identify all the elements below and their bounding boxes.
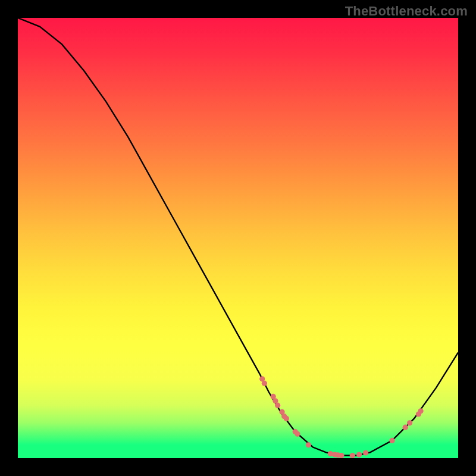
data-marker [295, 431, 300, 437]
data-marker [356, 452, 362, 457]
data-marker [275, 403, 280, 408]
chart-container: TheBottleneck.com [0, 0, 476, 476]
plot-svg [18, 18, 458, 458]
data-marker [350, 453, 355, 458]
data-marker [407, 420, 412, 425]
data-marker [262, 381, 267, 386]
markers-group [259, 376, 424, 458]
data-marker [339, 453, 344, 458]
data-marker [403, 425, 408, 430]
data-marker [389, 438, 394, 443]
data-marker [306, 442, 311, 447]
data-marker [418, 408, 424, 414]
watermark-text: TheBottleneck.com [345, 4, 468, 19]
data-marker [284, 416, 289, 421]
curve-line [18, 18, 458, 456]
data-marker [363, 450, 368, 456]
